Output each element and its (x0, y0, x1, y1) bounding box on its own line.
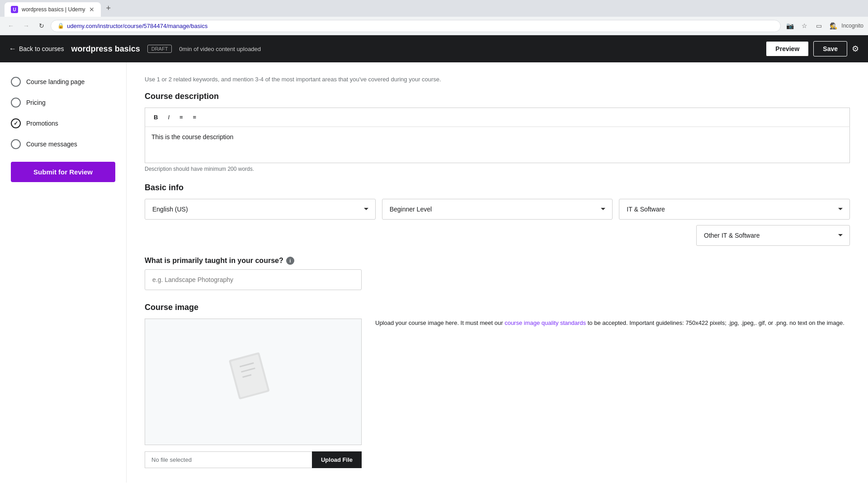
new-tab-button[interactable]: + (101, 0, 117, 17)
camera-icon[interactable]: 📷 (783, 19, 796, 32)
editor-toolbar: B I ≡ ≡ (145, 108, 850, 127)
sidebar-icon[interactable]: ▭ (812, 19, 825, 32)
app-header: ← Back to courses wordpress basics DRAFT… (0, 35, 868, 62)
preview-button[interactable]: Preview (766, 41, 809, 56)
forward-button[interactable]: → (20, 19, 33, 32)
main-layout: Course landing page Pricing Promotions C… (0, 62, 868, 483)
bold-button[interactable]: B (150, 112, 162, 123)
incognito-icon[interactable]: 🕵 (827, 19, 840, 32)
address-bar[interactable]: 🔒 udemy.com/instructor/course/5784474/ma… (51, 20, 781, 32)
browser-nav-row: ← → ↻ 🔒 udemy.com/instructor/course/5784… (0, 17, 868, 35)
header-actions: Preview Save ⚙ (766, 41, 859, 56)
back-arrow-icon: ← (9, 45, 16, 53)
back-to-courses-button[interactable]: ← Back to courses (9, 45, 64, 53)
basic-info-title: Basic info (145, 183, 850, 192)
basic-info-section: Basic info English (US) Spanish French B… (145, 183, 850, 246)
course-hint-text: Use 1 or 2 related keywords, and mention… (145, 76, 850, 83)
reload-button[interactable]: ↻ (35, 19, 48, 32)
sidebar-label-pricing: Pricing (26, 99, 46, 106)
dropdowns-row: English (US) Spanish French Beginner Lev… (145, 199, 850, 220)
sidebar-label-promotions: Promotions (26, 120, 58, 127)
description-hint: Description should have minimum 200 word… (145, 166, 850, 172)
image-instructions: Upload your course image here. It must m… (375, 319, 850, 328)
bookmark-icon[interactable]: ☆ (798, 19, 811, 32)
tab-close-icon[interactable]: ✕ (89, 6, 94, 13)
content-area: Use 1 or 2 related keywords, and mention… (127, 62, 868, 483)
address-text: udemy.com/instructor/course/5784474/mana… (67, 23, 208, 29)
course-image-quality-link[interactable]: course image quality standards (505, 319, 586, 326)
sidebar-label-course-messages: Course messages (26, 141, 77, 148)
image-instructions-text: Upload your course image here. It must m… (375, 319, 503, 326)
tab-title: wordpress basics | Udemy (22, 6, 85, 13)
incognito-label: Incognito (841, 23, 863, 29)
back-button[interactable]: ← (5, 19, 17, 32)
course-description-section: Course description B I ≡ ≡ This is the c… (145, 92, 850, 172)
course-image-section: Course image (145, 303, 850, 468)
image-instructions-rest: to be accepted. Important guidelines: 75… (588, 319, 844, 326)
course-image-title: Course image (145, 303, 850, 312)
file-upload-row: No file selected Upload File (145, 451, 362, 468)
gear-icon[interactable]: ⚙ (852, 44, 859, 54)
primary-taught-input[interactable] (145, 269, 362, 290)
subcategory-row: Other IT & Software Network & Security H… (145, 225, 850, 246)
course-description-text: This is the course description (151, 133, 233, 141)
sidebar-item-course-messages[interactable]: Course messages (0, 134, 126, 155)
course-image-layout: No file selected Upload File Upload your… (145, 319, 850, 468)
level-select[interactable]: Beginner Level Intermediate Level Expert… (382, 199, 613, 220)
language-select[interactable]: English (US) Spanish French (145, 199, 376, 220)
browser-tabs: U wordpress basics | Udemy ✕ + (0, 0, 868, 17)
upload-file-button[interactable]: Upload File (312, 451, 362, 468)
sidebar-circle-promotions (11, 118, 21, 128)
sidebar-item-course-landing-page[interactable]: Course landing page (0, 71, 126, 92)
save-button[interactable]: Save (813, 41, 847, 56)
sidebar-circle-pricing (11, 98, 21, 108)
sidebar-circle-course-messages (11, 139, 21, 149)
primary-taught-section: What is primarily taught in your course?… (145, 257, 850, 290)
book-icon (226, 350, 280, 413)
file-selected-area: No file selected (145, 451, 312, 468)
primary-taught-text: What is primarily taught in your course? (145, 257, 283, 265)
info-icon[interactable]: i (286, 257, 294, 265)
image-upload-area: No file selected Upload File (145, 319, 362, 468)
sidebar-item-promotions[interactable]: Promotions (0, 113, 126, 134)
tab-favicon: U (11, 6, 18, 13)
sidebar: Course landing page Pricing Promotions C… (0, 62, 127, 483)
course-description-editor[interactable]: This is the course description (145, 127, 850, 163)
sidebar-circle-course-landing-page (11, 77, 21, 87)
upload-status: 0min of video content uploaded (179, 46, 759, 52)
course-title: wordpress basics (71, 44, 140, 54)
image-placeholder[interactable] (145, 319, 362, 445)
draft-badge: DRAFT (147, 45, 172, 53)
active-tab[interactable]: U wordpress basics | Udemy ✕ (5, 2, 101, 17)
subcategory-select[interactable]: Other IT & Software Network & Security H… (696, 225, 850, 246)
browser-chrome: U wordpress basics | Udemy ✕ + ← → ↻ 🔒 u… (0, 0, 868, 35)
back-to-courses-label: Back to courses (19, 45, 64, 52)
sidebar-item-pricing[interactable]: Pricing (0, 92, 126, 113)
italic-button[interactable]: I (164, 112, 174, 123)
unordered-list-button[interactable]: ≡ (189, 112, 201, 123)
course-description-title: Course description (145, 92, 850, 101)
sidebar-label-course-landing-page: Course landing page (26, 78, 85, 85)
lock-icon: 🔒 (57, 23, 64, 29)
category-select[interactable]: IT & Software Development Business (619, 199, 850, 220)
ordered-list-button[interactable]: ≡ (175, 112, 187, 123)
browser-nav-icons: 📷 ☆ ▭ 🕵 Incognito (783, 19, 863, 32)
submit-for-review-button[interactable]: Submit for Review (11, 162, 115, 182)
primary-taught-label: What is primarily taught in your course?… (145, 257, 850, 265)
